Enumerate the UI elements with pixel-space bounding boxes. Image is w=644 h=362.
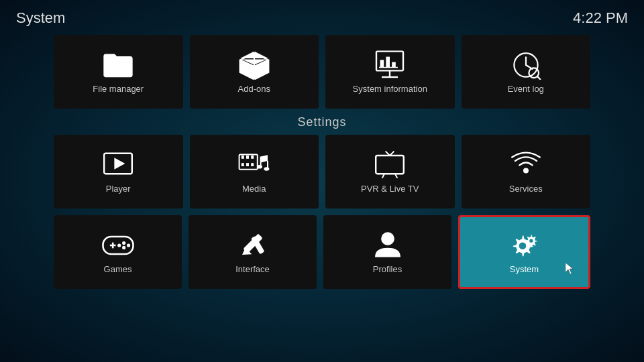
tile-label-games: Games <box>104 264 132 274</box>
settings-row-1: Player Media P <box>0 135 644 208</box>
svg-point-37 <box>122 241 125 244</box>
tile-file-manager[interactable]: File manager <box>54 35 183 109</box>
tile-profiles[interactable]: Profiles <box>323 215 451 289</box>
svg-point-27 <box>264 167 269 171</box>
svg-point-38 <box>127 243 130 247</box>
tile-label-player: Player <box>106 184 131 194</box>
tv-icon <box>372 150 407 180</box>
svg-rect-20 <box>251 156 254 159</box>
svg-rect-19 <box>246 156 249 159</box>
settings-section-label: Settings <box>0 115 644 129</box>
chart-icon <box>372 50 407 80</box>
wifi-icon <box>508 150 543 180</box>
gear-icon <box>507 231 542 260</box>
svg-point-40 <box>117 243 121 247</box>
tile-label-media: Media <box>242 184 266 194</box>
box-icon <box>237 50 272 80</box>
tile-interface[interactable]: Interface <box>189 215 317 289</box>
tile-event-log[interactable]: Event log <box>462 35 591 109</box>
tile-games[interactable]: Games <box>54 215 182 289</box>
tile-media[interactable]: Media <box>190 135 319 208</box>
media-icon <box>237 150 272 180</box>
header: System 4:22 PM <box>0 0 644 32</box>
tile-label-pvr: PVR & Live TV <box>361 184 419 194</box>
tile-services[interactable]: Services <box>462 135 591 208</box>
pencil-icon <box>235 231 270 260</box>
svg-rect-7 <box>386 56 390 67</box>
tile-system-information[interactable]: System information <box>325 35 455 109</box>
svg-point-26 <box>257 165 262 169</box>
svg-marker-16 <box>115 158 125 170</box>
svg-rect-23 <box>251 163 254 166</box>
svg-point-44 <box>381 232 394 245</box>
tile-label-event-log: Event log <box>508 84 544 94</box>
svg-rect-18 <box>241 156 244 159</box>
mouse-cursor <box>566 263 575 275</box>
svg-point-46 <box>519 242 526 249</box>
clock-icon <box>508 50 543 80</box>
gamepad-icon <box>101 231 136 260</box>
tile-add-ons[interactable]: Add-ons <box>190 35 319 109</box>
tile-player[interactable]: Player <box>54 135 183 208</box>
tile-label-profiles: Profiles <box>373 264 402 274</box>
tile-label-interface: Interface <box>235 264 270 274</box>
svg-marker-49 <box>566 263 573 274</box>
svg-point-33 <box>523 168 529 173</box>
svg-rect-8 <box>392 62 396 67</box>
play-icon <box>101 150 136 180</box>
svg-rect-6 <box>380 60 384 67</box>
person-icon <box>370 231 405 260</box>
tile-label-file-manager: File manager <box>93 84 144 94</box>
folder-icon <box>101 50 136 80</box>
tile-pvr[interactable]: PVR & Live TV <box>325 135 455 208</box>
svg-line-14 <box>537 76 540 78</box>
svg-rect-22 <box>246 163 249 166</box>
tile-label-system: System <box>510 264 539 274</box>
tile-system[interactable]: System <box>458 215 590 289</box>
svg-point-39 <box>122 245 125 249</box>
tile-label-services: Services <box>509 184 543 194</box>
svg-rect-21 <box>241 163 244 166</box>
page-title: System <box>16 9 65 27</box>
tile-label-add-ons: Add-ons <box>238 84 270 94</box>
top-tiles-row: File manager Add-ons System information <box>0 35 644 109</box>
svg-point-48 <box>529 239 533 242</box>
settings-row-2: Games Interface Profiles S <box>0 215 644 289</box>
clock: 4:22 PM <box>573 9 628 27</box>
svg-rect-28 <box>376 156 404 174</box>
tile-label-system-information: System information <box>353 84 427 94</box>
